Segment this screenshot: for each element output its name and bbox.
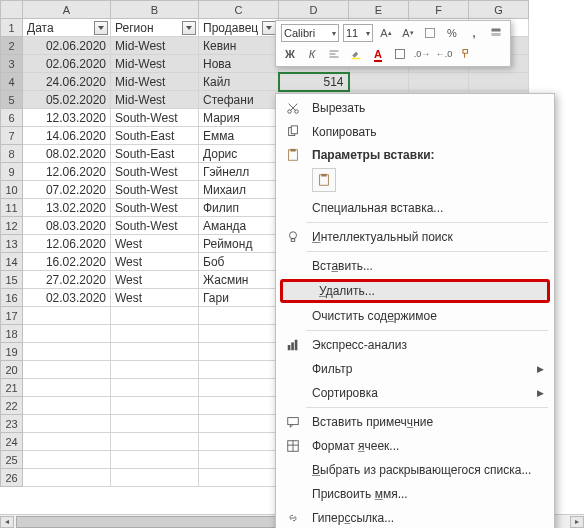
row-header[interactable]: 23 [1, 415, 23, 433]
row-header[interactable]: 22 [1, 397, 23, 415]
cell-A24[interactable] [23, 433, 111, 451]
cell-B16[interactable]: West [111, 289, 199, 307]
cell-C15[interactable]: Жасмин [199, 271, 279, 289]
comma-icon[interactable]: , [465, 24, 483, 42]
cell-C21[interactable] [199, 379, 279, 397]
increase-font-icon[interactable]: A▴ [377, 24, 395, 42]
ctx-pick-from-list[interactable]: Выбрать из раскрывающегося списка... [276, 458, 554, 482]
cell-C24[interactable] [199, 433, 279, 451]
cell-C13[interactable]: Реймонд [199, 235, 279, 253]
cell-A5[interactable]: 05.02.2020 [23, 91, 111, 109]
row-header[interactable]: 10 [1, 181, 23, 199]
cell-C5[interactable]: Стефани [199, 91, 279, 109]
cell-C3[interactable]: Нова [199, 55, 279, 73]
cell-A25[interactable] [23, 451, 111, 469]
row-header[interactable]: 8 [1, 145, 23, 163]
cell-C26[interactable] [199, 469, 279, 487]
row-header[interactable]: 18 [1, 325, 23, 343]
row-header[interactable]: 13 [1, 235, 23, 253]
decrease-font-icon[interactable]: A▾ [399, 24, 417, 42]
cell-A18[interactable] [23, 325, 111, 343]
col-header-A[interactable]: A [23, 1, 111, 19]
cell-C8[interactable]: Дорис [199, 145, 279, 163]
cell-B22[interactable] [111, 397, 199, 415]
cell-A2[interactable]: 02.06.2020 [23, 37, 111, 55]
format-painter-icon[interactable] [457, 45, 475, 63]
col-header-D[interactable]: D [279, 1, 349, 19]
select-all-corner[interactable] [1, 1, 23, 19]
ctx-copy[interactable]: Копировать [276, 120, 554, 144]
row-header[interactable]: 4 [1, 73, 23, 91]
accounting-format-icon[interactable] [421, 24, 439, 42]
row-header[interactable]: 17 [1, 307, 23, 325]
cell-C23[interactable] [199, 415, 279, 433]
row-header[interactable]: 7 [1, 127, 23, 145]
cell-A4[interactable]: 24.06.2020 [23, 73, 111, 91]
font-select[interactable]: Calibri▾ [281, 24, 339, 42]
increase-decimal-icon[interactable]: .0→ [413, 45, 431, 63]
cell-B11[interactable]: South-West [111, 199, 199, 217]
cell-A9[interactable]: 12.06.2020 [23, 163, 111, 181]
row-header[interactable]: 25 [1, 451, 23, 469]
ctx-clear-contents[interactable]: Очистить содержимое [276, 304, 554, 328]
borders-icon[interactable] [391, 45, 409, 63]
cell-A1[interactable]: Дата [23, 19, 111, 37]
cell-A21[interactable] [23, 379, 111, 397]
row-header[interactable]: 6 [1, 109, 23, 127]
cell-C12[interactable]: Аманда [199, 217, 279, 235]
cell-B2[interactable]: Mid-West [111, 37, 199, 55]
cell-B19[interactable] [111, 343, 199, 361]
cell-B17[interactable] [111, 307, 199, 325]
cell-C2[interactable]: Кевин [199, 37, 279, 55]
ctx-format-cells[interactable]: Формат ячеек... [276, 434, 554, 458]
cell-C1[interactable]: Продавец [199, 19, 279, 37]
row-header[interactable]: 2 [1, 37, 23, 55]
cell-B15[interactable]: West [111, 271, 199, 289]
cell-C18[interactable] [199, 325, 279, 343]
cell-B14[interactable]: West [111, 253, 199, 271]
cell-C22[interactable] [199, 397, 279, 415]
col-header-E[interactable]: E [349, 1, 409, 19]
cell-A7[interactable]: 14.06.2020 [23, 127, 111, 145]
paste-default-button[interactable] [312, 168, 336, 192]
cell-A10[interactable]: 07.02.2020 [23, 181, 111, 199]
row-header[interactable]: 11 [1, 199, 23, 217]
cell-E4[interactable] [349, 73, 409, 91]
cell-A23[interactable] [23, 415, 111, 433]
fill-color-icon[interactable] [347, 45, 365, 63]
cell-C25[interactable] [199, 451, 279, 469]
cell-G4[interactable] [469, 73, 529, 91]
cell-B6[interactable]: South-West [111, 109, 199, 127]
cell-A20[interactable] [23, 361, 111, 379]
cell-D4[interactable]: 514 [279, 73, 349, 91]
cell-A26[interactable] [23, 469, 111, 487]
cell-C9[interactable]: Гэйнелл [199, 163, 279, 181]
ctx-define-name[interactable]: Присвоить ммя... [276, 482, 554, 506]
format-cells-icon[interactable] [487, 24, 505, 42]
cell-B4[interactable]: Mid-West [111, 73, 199, 91]
bold-icon[interactable]: Ж [281, 45, 299, 63]
cell-C4[interactable]: Кайл [199, 73, 279, 91]
ctx-hyperlink[interactable]: Гиперссылка... [276, 506, 554, 528]
font-color-icon[interactable]: A [369, 45, 387, 63]
col-header-F[interactable]: F [409, 1, 469, 19]
ctx-sort[interactable]: Сортировка ▶ [276, 381, 554, 405]
percent-icon[interactable]: % [443, 24, 461, 42]
cell-C19[interactable] [199, 343, 279, 361]
row-header[interactable]: 24 [1, 433, 23, 451]
filter-dropdown-icon[interactable] [182, 21, 196, 35]
cell-A13[interactable]: 12.06.2020 [23, 235, 111, 253]
align-icon[interactable] [325, 45, 343, 63]
row-header[interactable]: 1 [1, 19, 23, 37]
cell-B18[interactable] [111, 325, 199, 343]
cell-B9[interactable]: South-West [111, 163, 199, 181]
ctx-smart-lookup[interactable]: Интеллектуальный поиск [276, 225, 554, 249]
italic-icon[interactable]: К [303, 45, 321, 63]
cell-B26[interactable] [111, 469, 199, 487]
cell-C14[interactable]: Боб [199, 253, 279, 271]
cell-B13[interactable]: West [111, 235, 199, 253]
cell-A17[interactable] [23, 307, 111, 325]
ctx-quick-analysis[interactable]: Экспресс-анализ [276, 333, 554, 357]
row-header[interactable]: 20 [1, 361, 23, 379]
cell-A19[interactable] [23, 343, 111, 361]
